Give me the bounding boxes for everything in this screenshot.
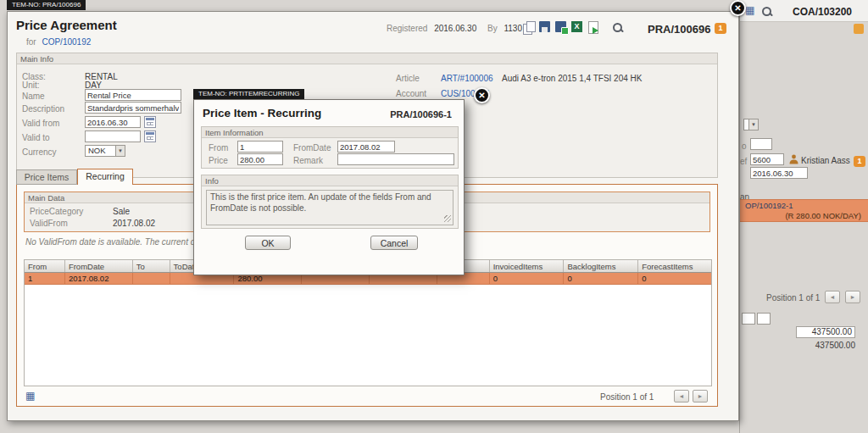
valid-to-label: Valid to <box>22 133 50 142</box>
description-label: Description <box>22 104 64 114</box>
item-information-header: Item Information <box>202 127 458 138</box>
for-row: for COP/100192 <box>26 37 91 47</box>
side-panel: COA/103200 o ef Kristian Aass 1 an OP/10… <box>739 0 868 433</box>
article-link[interactable]: ART/#100006 <box>441 74 493 83</box>
price-input[interactable] <box>237 153 283 165</box>
from-input[interactable] <box>237 141 283 153</box>
item-ref[interactable]: OP/100192-1 <box>745 201 793 210</box>
for-label: for <box>26 37 36 47</box>
article-label: Article <box>396 74 420 83</box>
dialog-title: Price Item - Recurring <box>203 107 321 119</box>
side-dropdown[interactable] <box>743 119 759 130</box>
column-header-backlogitems[interactable]: BacklogItems <box>564 260 638 272</box>
description-input[interactable] <box>85 102 181 114</box>
by-value: 1130 <box>504 24 522 33</box>
valid-from-label: Valid from <box>22 119 59 128</box>
valid-from-input[interactable] <box>85 116 141 128</box>
cancel-button[interactable]: Cancel <box>370 236 418 250</box>
validfrom-value: 2017.08.02 <box>113 219 155 228</box>
remark-input[interactable] <box>337 153 454 165</box>
price-category-label: PriceCategory <box>30 207 83 216</box>
info-section: Info This is the first price item. An up… <box>201 175 459 229</box>
fromdate-input[interactable] <box>337 141 395 153</box>
item-information-section: Item Information From FromDate Price Rem… <box>201 126 459 169</box>
chevron-down-icon <box>115 146 125 156</box>
side-label-fragment-2: ef <box>740 157 747 166</box>
cell-invoiceditems: 0 <box>490 273 565 284</box>
name-input[interactable] <box>85 89 181 101</box>
validfrom-label: ValidFrom <box>30 219 68 228</box>
grid-icon[interactable] <box>25 391 36 402</box>
column-header-invoiceditems[interactable]: InvoicedItems <box>490 260 565 272</box>
dialog-close-icon[interactable] <box>474 87 490 103</box>
export-document-icon[interactable] <box>587 20 600 34</box>
column-header-from[interactable]: From <box>25 260 65 272</box>
side-date-input[interactable] <box>750 167 808 179</box>
save-icon[interactable] <box>538 20 552 34</box>
registered-row: Registered 2016.06.30 By 1130 <box>387 24 522 33</box>
cell-forecastitems: 0 <box>638 273 711 284</box>
person-name: Kristian Aass <box>801 156 850 165</box>
cell-fromdate: 2017.08.02 <box>65 273 133 284</box>
amount-total-2: 437500.00 <box>796 341 855 350</box>
side-mini-input-1[interactable] <box>742 313 755 325</box>
apps-icon[interactable] <box>745 5 756 16</box>
side-prev-page-button[interactable] <box>825 291 840 303</box>
tab-price-items[interactable]: Price Items <box>16 169 77 185</box>
doc-badge[interactable]: 1 <box>715 23 726 34</box>
person-icon <box>789 154 798 164</box>
fromdate-label: FromDate <box>293 143 331 153</box>
column-header-to[interactable]: To <box>133 260 170 272</box>
cell-backlogitems: 0 <box>564 273 638 284</box>
copy-icon[interactable] <box>522 20 536 34</box>
alert-icon[interactable] <box>854 24 864 34</box>
position-indicator: Position 1 of 1 <box>600 392 654 402</box>
name-label: Name <box>22 92 45 101</box>
price-label: Price <box>209 156 228 165</box>
column-header-forecastitems[interactable]: ForecastItems <box>638 260 711 272</box>
column-header-fromdate[interactable]: FromDate <box>65 260 133 272</box>
window-tab[interactable]: TEM-NO: PRA/100696 <box>7 0 86 10</box>
registered-date: 2016.06.30 <box>434 24 476 33</box>
side-input-1[interactable] <box>750 138 772 150</box>
valid-from-calendar-icon[interactable] <box>144 116 156 128</box>
agreement-source-link[interactable]: COP/100192 <box>42 37 91 47</box>
currency-value: NOK <box>88 146 106 155</box>
side-position-indicator: Position 1 of 1 <box>766 293 820 303</box>
app-search-icon[interactable] <box>760 5 773 18</box>
price-items-table: From FromDate To ToDate InvoicedItems Ba… <box>24 259 712 386</box>
app-ref: COA/103200 <box>793 6 852 18</box>
export-excel-icon[interactable] <box>570 20 584 34</box>
ok-button[interactable]: OK <box>245 236 291 250</box>
price-item-dialog: Price Item - Recurring PRA/100696-1 Item… <box>193 99 465 275</box>
search-icon[interactable] <box>611 21 624 34</box>
resize-handle[interactable] <box>444 215 451 222</box>
side-mini-input-2[interactable] <box>757 313 771 325</box>
info-message: This is the first price item. An update … <box>206 190 453 225</box>
cell-to <box>133 273 170 284</box>
next-page-button[interactable] <box>693 390 708 402</box>
article-description: Audi A3 e-tron 2015 1,4 TFSI 204 HK <box>502 74 642 83</box>
amount-total: 437500.00 <box>796 326 855 338</box>
window-close-icon[interactable] <box>730 0 746 16</box>
registered-label: Registered <box>387 24 427 33</box>
currency-select[interactable]: NOK <box>85 145 125 157</box>
side-ref-input[interactable] <box>750 153 784 165</box>
side-badge[interactable]: 1 <box>854 156 865 167</box>
currency-label: Currency <box>22 147 57 157</box>
main-info-header: Main Info <box>17 53 717 64</box>
side-next-page-button[interactable] <box>845 291 860 303</box>
save-new-icon[interactable] <box>554 20 568 34</box>
unit-label: Unit: <box>22 80 40 90</box>
prev-page-button[interactable] <box>674 390 689 402</box>
dialog-doc-ref: PRA/100696-1 <box>390 109 452 119</box>
side-label-fragment-1: o <box>742 142 747 151</box>
price-category-value: Sale <box>113 207 130 216</box>
valid-to-calendar-icon[interactable] <box>144 130 156 142</box>
valid-to-input[interactable] <box>85 130 141 142</box>
info-header: Info <box>202 175 458 186</box>
tab-recurring[interactable]: Recurring <box>77 169 133 185</box>
by-label: By <box>487 24 498 33</box>
document-ref: PRA/100696 <box>648 23 710 36</box>
dialog-tab[interactable]: TEM-NO: PRTITEMRECURRING <box>193 89 304 99</box>
